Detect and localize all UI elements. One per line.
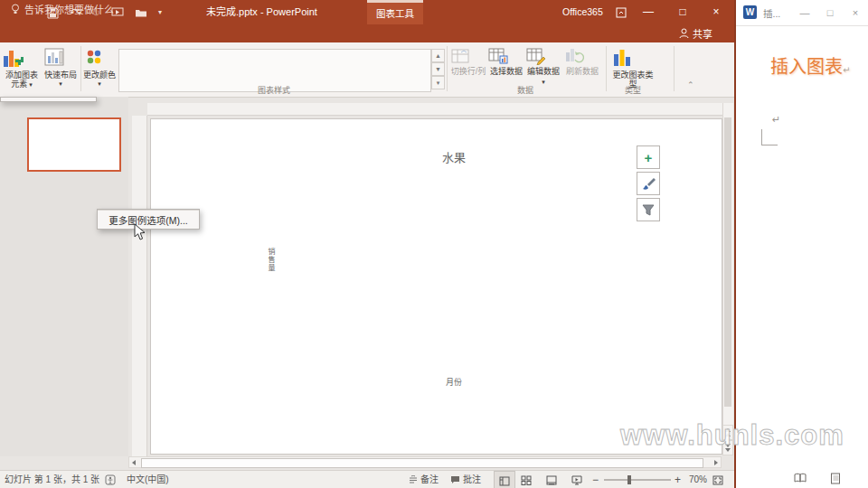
select-data-label: 选择数据 — [490, 67, 523, 76]
gallery-scroll-up[interactable]: ▲ — [431, 49, 445, 62]
share-label: 共享 — [693, 26, 712, 41]
accessibility-icon[interactable] — [105, 471, 116, 488]
more-legend-options-item[interactable]: 更多图例选项(M)... — [98, 210, 199, 229]
edit-data-icon — [526, 47, 561, 65]
collapse-ribbon-icon[interactable]: ⌃ — [687, 80, 694, 89]
change-colors-label: 更改颜色 — [83, 70, 116, 80]
quick-access-toolbar: ↶▾ ↻ ▾ — [47, 1, 162, 24]
comments-label: 批注 — [463, 474, 481, 484]
customize-qat-icon[interactable]: ▾ — [158, 1, 162, 24]
vertical-ruler — [132, 116, 147, 456]
legend-submenu: 更多图例选项(M)... — [97, 209, 200, 230]
ribbon-separator — [606, 46, 607, 91]
person-icon — [679, 28, 689, 39]
horizontal-scrollbar-thumb[interactable] — [141, 458, 703, 468]
word-window: W 插... — □ × 插入图表↵ ↵ — [734, 0, 868, 488]
lightbulb-icon — [11, 4, 20, 14]
word-text-boundary-corner — [761, 129, 778, 145]
status-bar: 幻灯片 第 1 张，共 1 张 中文(中国) 备注 批注 — [0, 470, 734, 488]
scroll-right-icon[interactable] — [714, 460, 718, 465]
ribbon-separator — [674, 46, 675, 91]
watermark: www.hunls.com — [620, 419, 864, 452]
add-chart-element-icon — [2, 47, 42, 69]
redo-icon: ↻ — [92, 1, 100, 24]
gallery-more-button[interactable]: ▾ — [431, 76, 445, 89]
add-chart-element-label: 添加图表元素 — [5, 70, 38, 89]
horizontal-ruler — [147, 103, 722, 116]
data-group-label: 数据 — [450, 84, 600, 96]
select-data-icon — [488, 47, 524, 65]
quick-layout-icon — [42, 47, 79, 69]
ribbon: 添加图表元素 ▾ 快速布局 ▾ 更改颜色 ▾ ▲ ▼ ▾ — [0, 42, 734, 98]
notes-button[interactable]: 备注 — [409, 471, 439, 488]
chart-title[interactable]: 水果 — [288, 148, 620, 165]
change-chart-type-icon — [611, 47, 655, 69]
zoom-out-button[interactable]: − — [592, 471, 599, 488]
word-paragraph-mark: ↵ — [772, 114, 780, 126]
edit-data-label: 编辑数据 — [527, 67, 560, 76]
chart-styles-button[interactable] — [637, 172, 660, 195]
word-doc-heading: 插入图表↵ — [770, 52, 850, 79]
zoom-slider-thumb[interactable] — [627, 475, 631, 484]
chart-styles-group-label: 图表样式 — [118, 84, 429, 96]
normal-view-button[interactable] — [494, 471, 515, 488]
scroll-left-icon[interactable] — [132, 460, 136, 465]
open-icon[interactable] — [135, 8, 147, 18]
zoom-level[interactable]: 70% — [689, 471, 707, 488]
word-read-mode-icon[interactable] — [794, 473, 807, 483]
type-group-label: 类型 — [611, 84, 655, 96]
maximize-button[interactable]: □ — [669, 0, 696, 24]
word-app-icon: W — [743, 5, 757, 19]
word-maximize-button[interactable]: □ — [817, 0, 843, 25]
funnel-icon — [642, 204, 655, 216]
chart-x-axis-title[interactable]: 月份 — [288, 376, 620, 388]
fit-to-window-button[interactable] — [712, 471, 723, 488]
chart-y-axis-title[interactable]: 销售量 — [266, 248, 276, 272]
switch-row-column-icon — [450, 47, 486, 65]
vertical-scrollbar-thumb[interactable] — [724, 117, 731, 407]
comments-button[interactable]: 批注 — [450, 471, 481, 488]
powerpoint-titlebar: ↶▾ ↻ ▾ 未完成.pptx - PowerPoint 图表工具 Office… — [0, 0, 734, 42]
plus-icon: + — [645, 150, 653, 165]
chart-filters-button[interactable] — [637, 198, 660, 221]
ribbon-separator — [447, 46, 448, 91]
chart-plot-area[interactable] — [288, 175, 620, 356]
slide-sorter-view-button[interactable] — [521, 471, 532, 488]
gallery-scroll-down[interactable]: ▼ — [431, 62, 445, 76]
start-slideshow-icon[interactable] — [111, 7, 124, 18]
close-button[interactable]: × — [703, 0, 730, 24]
minimize-button[interactable]: — — [635, 0, 662, 24]
ribbon-display-options-icon[interactable] — [608, 0, 635, 24]
window-title: 未完成.pptx - PowerPoint — [206, 0, 317, 24]
refresh-data-icon — [564, 47, 600, 65]
change-colors-icon — [83, 47, 116, 69]
quick-layout-label: 快速布局 — [44, 70, 77, 80]
add-chart-element-button[interactable]: 添加图表元素 ▾ — [2, 44, 42, 94]
change-colors-button[interactable]: 更改颜色 ▾ — [83, 44, 116, 94]
language-indicator[interactable]: 中文(中国) — [127, 471, 169, 488]
chart-elements-button[interactable]: + — [637, 145, 660, 169]
zoom-in-button[interactable]: + — [675, 471, 681, 488]
slide-thumbnail[interactable] — [27, 117, 121, 172]
undo-icon[interactable]: ↶▾ — [70, 0, 81, 25]
word-minimize-button[interactable]: — — [792, 0, 817, 25]
slide-number-indicator[interactable]: 幻灯片 第 1 张，共 1 张 — [5, 471, 99, 488]
ribbon-separator — [80, 46, 81, 91]
word-print-layout-icon[interactable] — [830, 473, 841, 484]
powerpoint-window: ↶▾ ↻ ▾ 未完成.pptx - PowerPoint 图表工具 Office… — [0, 0, 734, 488]
refresh-data-label: 刷新数据 — [566, 67, 599, 76]
word-close-button[interactable]: × — [843, 0, 868, 25]
reading-view-button[interactable] — [546, 471, 557, 488]
slideshow-view-button[interactable] — [571, 471, 582, 488]
word-window-title: 插... — [763, 6, 780, 20]
screen: ↶▾ ↻ ▾ 未完成.pptx - PowerPoint 图表工具 Office… — [0, 0, 868, 488]
share-button[interactable]: 共享 — [679, 24, 712, 42]
account-name[interactable]: Office365 — [562, 0, 603, 24]
notes-label: 备注 — [420, 474, 439, 484]
zoom-slider-track[interactable] — [604, 479, 671, 481]
paintbrush-icon — [642, 177, 656, 191]
mouse-cursor — [134, 223, 146, 241]
quick-layout-button[interactable]: 快速布局 ▾ — [42, 44, 79, 94]
save-icon[interactable] — [47, 7, 59, 19]
switch-row-column-label: 切换行/列 — [451, 67, 486, 76]
